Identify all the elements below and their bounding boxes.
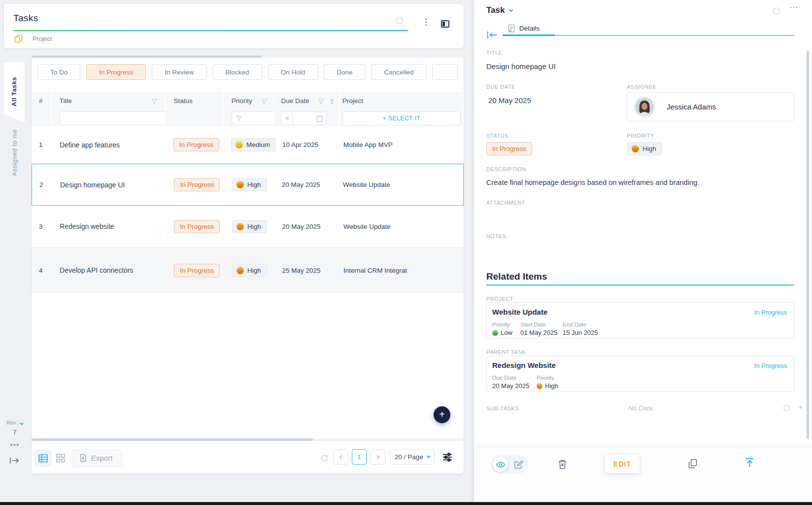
filter-chip-in-progress[interactable]: In Progress — [86, 64, 146, 80]
filter-icon[interactable] — [318, 98, 324, 105]
priority-dot — [237, 267, 244, 274]
table-row[interactable]: 1 Define app features In Progress Medium… — [32, 126, 464, 164]
detail-footer: EDIT — [474, 447, 812, 502]
column-header-title[interactable]: Title — [52, 92, 165, 126]
title-filter-input[interactable] — [60, 111, 180, 125]
column-chooser-icon[interactable] — [442, 453, 452, 462]
export-button[interactable]: Export — [72, 449, 122, 466]
edit-button[interactable]: EDIT — [605, 455, 640, 473]
table-header: # Title Status Priority Due Date — [32, 92, 464, 126]
more-menu-icon[interactable]: ⋯ — [789, 2, 799, 12]
refresh-icon[interactable] — [320, 454, 329, 463]
status-cell: In Progress — [166, 178, 224, 191]
priority-cell: High — [224, 178, 275, 191]
filter-icon[interactable] — [151, 98, 158, 105]
page-size-select[interactable]: 20 / Page — [390, 449, 435, 465]
view-mode-toggle — [491, 455, 529, 473]
project-cell: Internal CRM Integrat — [340, 267, 464, 274]
filter-chip-in-review[interactable]: In Review — [152, 64, 206, 80]
due-date-cell: 25 May 2025 — [275, 267, 340, 274]
card-view-button[interactable] — [56, 454, 65, 463]
copy-icon[interactable] — [688, 459, 697, 469]
priority-badge: High — [232, 220, 267, 233]
priority-badge: Medium — [231, 138, 276, 151]
filter-chip-clipped[interactable] — [432, 64, 458, 80]
tab-assigned-to-me[interactable]: Assigned to me — [11, 129, 18, 176]
sort-icon[interactable] — [330, 99, 335, 105]
table-row[interactable]: 3 Redesign website In Progress High 20 M… — [32, 206, 464, 248]
priority-dot — [237, 223, 244, 230]
tasks-grid-card: To Do In Progress In Review Blocked On H… — [32, 56, 464, 473]
status-badge: In Progress — [174, 178, 220, 191]
refresh-icon[interactable] — [395, 16, 404, 25]
column-header-priority[interactable]: Priority — [224, 92, 274, 126]
revision-dropdown[interactable]: Rev.. — [4, 420, 26, 426]
filter-icon[interactable] — [261, 98, 268, 105]
filter-chip-todo[interactable]: To Do — [37, 64, 80, 80]
scroll-to-top-icon[interactable] — [745, 458, 754, 468]
task-title-cell: Develop API connectors — [52, 266, 166, 274]
delete-icon[interactable] — [558, 459, 567, 469]
column-header-num[interactable]: # — [32, 92, 51, 126]
priority-badge: High — [232, 264, 267, 277]
revision-number: 7 — [4, 429, 26, 436]
field-label: PARENT TASK — [486, 349, 526, 355]
breadcrumb[interactable]: Project — [33, 36, 52, 42]
refresh-icon[interactable] — [782, 404, 791, 412]
task-title-value: Design homepage UI — [486, 62, 556, 71]
next-page-button[interactable] — [371, 449, 385, 465]
field-label: ASSIGNEE — [627, 84, 656, 90]
vertical-scrollbar[interactable] — [807, 51, 809, 439]
table-row[interactable]: 4 Develop API connectors In Progress Hig… — [32, 248, 464, 293]
tab-all-tasks[interactable]: All Tasks — [10, 77, 18, 107]
filter-chip-done[interactable]: Done — [324, 64, 365, 80]
priority-dot — [237, 181, 244, 188]
priority-cell: High — [224, 220, 275, 233]
add-subtask-icon[interactable]: + — [798, 402, 803, 412]
more-menu-icon[interactable]: ⋮ — [422, 18, 430, 26]
task-detail-panel: Task ⋯ Details TITLE Design homepage UI … — [474, 0, 812, 505]
tab-underline-active — [503, 35, 555, 36]
field-label: STATUS — [486, 133, 508, 139]
refresh-icon[interactable] — [772, 6, 781, 16]
collapse-panel-icon[interactable] — [487, 31, 498, 39]
table-view-button[interactable] — [34, 450, 51, 467]
assignee-field[interactable]: Jessica Adams — [627, 92, 794, 121]
filter-icon — [236, 115, 242, 121]
parent-task-card[interactable]: Redesign Website In Progress Due Date Pr… — [486, 356, 794, 392]
column-header-due-date[interactable]: Due Date = — [274, 92, 338, 126]
priority-cell: High — [224, 264, 275, 277]
calendar-icon[interactable] — [316, 115, 323, 122]
status-badge: In Progress — [174, 220, 220, 233]
project-select-filter[interactable]: + SELECT IT — [342, 111, 461, 125]
column-header-status[interactable]: Status — [166, 92, 222, 126]
add-task-button[interactable]: + — [434, 406, 450, 423]
current-page-button[interactable]: 1 — [352, 449, 367, 465]
project-name: Website Update — [492, 308, 547, 316]
row-number: 3 — [32, 223, 52, 230]
priority-filter-input[interactable] — [232, 111, 275, 125]
filter-chip-cancelled[interactable]: Cancelled — [371, 64, 426, 80]
filter-chip-blocked[interactable]: Blocked — [213, 64, 262, 80]
view-mode-eye-icon[interactable] — [493, 457, 508, 472]
filter-chip-on-hold[interactable]: On Hold — [268, 64, 318, 80]
chevron-down-icon — [508, 7, 512, 11]
field-label: PRIORITY — [627, 133, 654, 139]
related-project-card[interactable]: Website Update In Progress Priority Star… — [486, 302, 794, 339]
chevron-down-icon — [20, 421, 24, 425]
table-row-selected[interactable]: 2 Design homepage UI In Progress High 20… — [32, 164, 464, 206]
rail-more-icon[interactable]: ••• — [4, 440, 26, 449]
column-header-project[interactable]: Project + SELECT IT — [339, 92, 463, 126]
panel-toggle-icon[interactable] — [441, 20, 449, 28]
due-date-cell: 20 May 2025 — [275, 181, 340, 188]
due-filter-operator[interactable]: = — [281, 111, 293, 125]
chips-scrollbar[interactable] — [32, 56, 464, 58]
prev-page-button[interactable] — [333, 449, 348, 465]
tab-details[interactable]: Details — [508, 24, 540, 33]
edit-mode-icon[interactable] — [514, 460, 523, 469]
due-filter-input[interactable] — [293, 111, 326, 125]
task-title-cell: Redesign website — [52, 222, 166, 230]
expand-panel-icon[interactable] — [9, 457, 19, 465]
entity-type-dropdown[interactable]: Task — [486, 5, 512, 15]
project-cell: Website Update — [340, 181, 463, 188]
